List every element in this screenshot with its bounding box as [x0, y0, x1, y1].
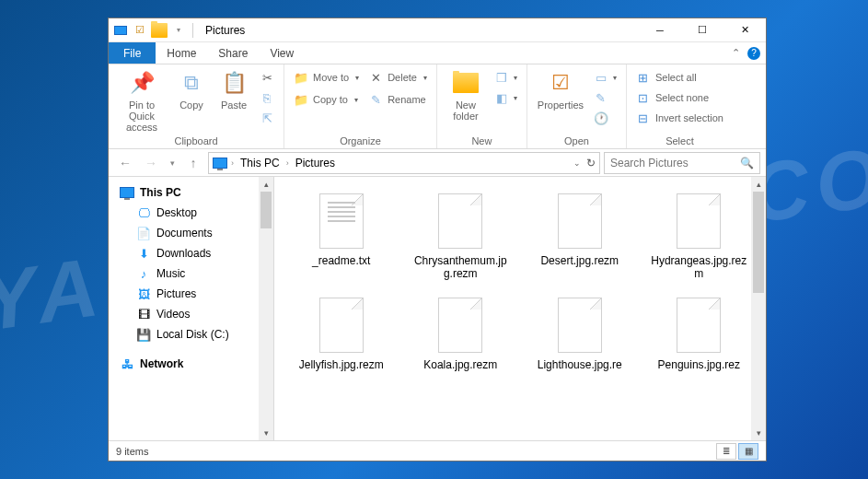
pin-to-quick-access-button[interactable]: 📌 Pin to Quick access	[116, 68, 168, 133]
moveto-icon: 📁	[294, 70, 308, 85]
back-button[interactable]: ←	[114, 152, 136, 174]
file-item[interactable]: Jellyfish.jpg.rezm	[284, 294, 399, 375]
properties-button[interactable]: ☑ Properties	[535, 68, 586, 111]
properties-icon: ☑	[546, 68, 575, 98]
open-icon: ▭	[594, 70, 608, 85]
qat-dropdown-icon[interactable]: ▾	[170, 22, 187, 39]
desktop-icon: 🖵	[136, 205, 151, 220]
chevron-icon[interactable]: ›	[229, 158, 236, 168]
file-item[interactable]: Hydrangeas.jpg.rezm	[642, 190, 758, 285]
address-dropdown-icon[interactable]: ⌄	[573, 158, 581, 168]
nav-local-disk[interactable]: 💾Local Disk (C:)	[116, 324, 273, 345]
scroll-thumb[interactable]	[753, 192, 764, 293]
folder-qat-icon[interactable]	[151, 22, 168, 39]
copy-path-button[interactable]: ⎘	[258, 88, 276, 107]
shortcut-icon: ⇱	[260, 111, 274, 125]
breadcrumb-thispc[interactable]: This PC	[237, 157, 283, 169]
easy-access-button[interactable]: ◧▾	[492, 88, 519, 107]
nav-scrollbar[interactable]: ▴ ▾	[259, 177, 273, 440]
copy-button[interactable]: ⧉ Copy	[173, 68, 210, 111]
recent-dropdown[interactable]: ▾	[166, 152, 179, 174]
address-bar[interactable]: › This PC › Pictures ⌄ ↻	[208, 152, 600, 174]
search-placeholder: Search Pictures	[610, 157, 689, 169]
chevron-icon[interactable]: ›	[284, 158, 291, 168]
rename-button[interactable]: ✎Rename	[366, 90, 429, 109]
nav-network[interactable]: 🖧Network	[116, 354, 273, 374]
blank-file-icon	[558, 193, 602, 249]
files-scrollbar[interactable]: ▴ ▾	[751, 177, 766, 440]
nav-music[interactable]: ♪Music	[116, 263, 273, 284]
file-label: Koala.jpg.rezm	[423, 358, 497, 371]
separator	[192, 23, 193, 38]
cut-button[interactable]: ✂	[258, 68, 276, 87]
blank-file-icon	[438, 298, 482, 353]
nav-videos[interactable]: 🎞Videos	[116, 304, 273, 324]
home-tab[interactable]: Home	[156, 42, 207, 64]
new-item-button[interactable]: ❒▾	[492, 68, 519, 87]
forward-button[interactable]: →	[140, 152, 162, 174]
files-pane[interactable]: _readme.txtChrysanthemum.jpg.rezmDesert.…	[274, 177, 766, 440]
file-item[interactable]: Chrysanthemum.jpg.rezm	[403, 190, 519, 285]
rename-icon: ✎	[368, 92, 383, 107]
invert-selection-button[interactable]: ⊟Invert selection	[634, 109, 725, 127]
history-button[interactable]: 🕐	[592, 109, 619, 127]
nav-desktop[interactable]: 🖵Desktop	[116, 203, 273, 223]
scroll-up-icon[interactable]: ▴	[259, 177, 273, 192]
file-item[interactable]: Penguins.jpg.rez	[642, 294, 758, 375]
blank-file-icon	[677, 298, 721, 353]
view-tab[interactable]: View	[259, 42, 305, 64]
new-folder-button[interactable]: New folder	[445, 68, 487, 122]
file-tab[interactable]: File	[109, 42, 156, 64]
navigation-pane: This PC 🖵Desktop 📄Documents ⬇Downloads ♪…	[109, 177, 274, 440]
share-tab[interactable]: Share	[207, 42, 259, 64]
copy-to-button[interactable]: 📁Copy to▾	[292, 90, 361, 109]
paste-shortcut-button[interactable]: ⇱	[258, 109, 276, 127]
file-item[interactable]: _readme.txt	[284, 190, 399, 285]
nav-this-pc[interactable]: This PC	[116, 182, 273, 203]
maximize-button[interactable]: ☐	[681, 18, 723, 42]
details-view-button[interactable]: ≣	[716, 443, 736, 460]
search-input[interactable]: Search Pictures 🔍	[604, 152, 760, 174]
music-icon: ♪	[136, 266, 151, 281]
file-item[interactable]: Lighthouse.jpg.re	[522, 294, 638, 375]
paste-button[interactable]: 📋 Paste	[215, 68, 252, 111]
status-bar: 9 items ≣ ▦	[109, 440, 766, 461]
file-item[interactable]: Desert.jpg.rezm	[522, 190, 638, 285]
help-icon[interactable]: ?	[747, 47, 760, 60]
move-to-button[interactable]: 📁Move to▾	[292, 68, 361, 87]
address-row: ← → ▾ ↑ › This PC › Pictures ⌄ ↻ Search …	[109, 149, 766, 177]
scroll-thumb[interactable]	[260, 192, 272, 228]
ribbon-tabs: File Home Share View ⌃ ?	[109, 42, 766, 64]
close-button[interactable]: ✕	[723, 18, 766, 42]
scroll-down-icon[interactable]: ▾	[259, 426, 273, 440]
delete-button[interactable]: ✕Delete▾	[366, 68, 429, 87]
edit-button[interactable]: ✎	[592, 88, 619, 107]
ribbon-group-open: ☑ Properties ▭▾ ✎ 🕐 Open	[527, 64, 627, 148]
nav-pictures[interactable]: 🖼Pictures	[116, 284, 273, 304]
titlebar: ☑ ▾ Pictures ─ ☐ ✕	[109, 18, 766, 42]
breadcrumb-pictures[interactable]: Pictures	[293, 157, 338, 169]
refresh-icon[interactable]: ↻	[586, 157, 596, 169]
window-title: Pictures	[200, 24, 245, 37]
icons-view-button[interactable]: ▦	[738, 443, 758, 460]
properties-qat-icon[interactable]: ☑	[132, 22, 148, 39]
select-all-button[interactable]: ⊞Select all	[634, 68, 725, 87]
history-icon: 🕐	[594, 111, 608, 125]
quick-access-toolbar: ☑ ▾	[109, 22, 200, 39]
blank-file-icon	[319, 298, 364, 353]
collapse-ribbon-icon[interactable]: ⌃	[732, 47, 740, 59]
ribbon: 📌 Pin to Quick access ⧉ Copy 📋 Paste ✂ ⎘…	[109, 64, 766, 149]
file-item[interactable]: Koala.jpg.rezm	[403, 294, 519, 375]
open-button[interactable]: ▭▾	[592, 68, 619, 87]
scroll-down-icon[interactable]: ▾	[751, 426, 766, 440]
up-button[interactable]: ↑	[182, 152, 204, 174]
window-controls: ─ ☐ ✕	[639, 18, 766, 42]
nav-downloads[interactable]: ⬇Downloads	[116, 243, 273, 263]
explorer-icon	[112, 22, 129, 39]
nav-documents[interactable]: 📄Documents	[116, 223, 273, 243]
file-label: Jellyfish.jpg.rezm	[299, 358, 384, 371]
copyto-icon: 📁	[294, 92, 308, 107]
scroll-up-icon[interactable]: ▴	[751, 177, 766, 192]
select-none-button[interactable]: ⊡Select none	[634, 88, 725, 107]
minimize-button[interactable]: ─	[639, 18, 681, 42]
